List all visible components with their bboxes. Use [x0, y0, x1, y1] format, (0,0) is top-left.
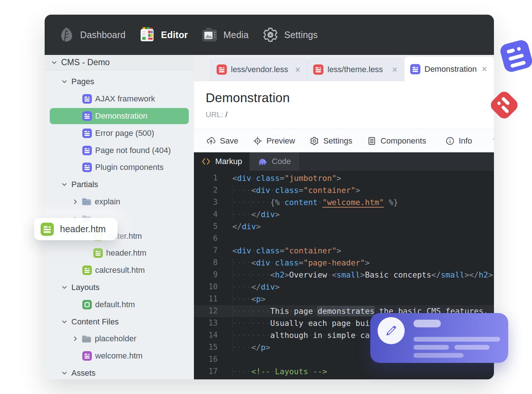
code-line-content: <div·class="jumbotron">	[232, 172, 341, 184]
code-token: although	[270, 331, 308, 340]
sidebar-folder-placeholder[interactable]: placeholder	[45, 330, 194, 347]
chevron-right-icon	[72, 336, 78, 342]
code-token: Overview	[289, 270, 327, 279]
sidebar-folder-explain[interactable]: explain	[45, 193, 194, 211]
trash-button[interactable]	[492, 136, 494, 146]
code-line-content: </div>	[232, 220, 261, 233]
nav-item-dashboard[interactable]: Dashboard	[58, 26, 125, 43]
sidebar-item-demonstration[interactable]: Demonstration	[50, 108, 189, 124]
sidebar-item-calcresult-htm[interactable]: calcresult.htm	[45, 262, 194, 279]
code-token: "container"	[284, 246, 336, 255]
sidebar-section-content-files[interactable]: Content Files	[45, 313, 194, 330]
code-token: ·	[303, 319, 308, 328]
code-token: ····	[251, 331, 270, 340]
skeleton-bar	[413, 337, 500, 342]
sidebar-item-header-htm[interactable]: header.htm	[45, 245, 194, 262]
code-token: <	[232, 246, 237, 255]
close-icon[interactable]: ×	[294, 65, 301, 74]
close-icon[interactable]: ×	[481, 64, 488, 74]
sidebar-section-pages[interactable]: Pages	[45, 73, 194, 90]
toolbar-button-label: Preview	[266, 136, 295, 146]
code-line: 4····</div>	[194, 208, 494, 220]
leaf-icon	[58, 26, 75, 43]
code-line-content: ····<div·class="page-header">	[232, 257, 370, 269]
sidebar-section-layouts[interactable]: Layouts	[45, 279, 194, 296]
editor-tab-code[interactable]: Code	[250, 152, 299, 171]
code-token: </	[232, 222, 242, 231]
code-line: 2····<div·class="container">	[194, 184, 494, 196]
code-token: </	[303, 379, 313, 379]
code-token: %}	[389, 198, 398, 207]
code-token: >	[337, 246, 341, 255]
toolbar-buttons: SavePreviewSettingsComponents	[206, 136, 426, 146]
tab-label: less/vendor.less	[231, 65, 290, 74]
sidebar-item-ajax-framework[interactable]: AJAX framework	[45, 90, 194, 108]
code-token: ·	[384, 198, 389, 207]
sidebar-header-label: CMS - Demo	[61, 57, 110, 67]
pencil-badge	[378, 317, 405, 344]
code-token: ca	[360, 331, 370, 340]
sidebar-item-default-htm[interactable]: default.htm	[45, 296, 194, 313]
save-button[interactable]: Save	[206, 136, 238, 146]
nav-item-label: Settings	[284, 30, 318, 40]
code-token: ·	[351, 319, 356, 328]
sidebar-item-plugin-components[interactable]: Plugin components	[45, 159, 194, 176]
editor-tab-label: Code	[272, 157, 291, 166]
code-token: ·	[356, 331, 360, 340]
nav-item-settings[interactable]: Settings	[262, 26, 318, 43]
sidebar-folder-label: placeholder	[95, 334, 136, 343]
code-link-welcome-htm[interactable]: "welcome.htm"	[322, 198, 384, 208]
code-token: ····	[232, 270, 251, 279]
sidebar-section-assets[interactable]: Assets	[45, 365, 194, 379]
drag-ghost-header-htm[interactable]: header.htm	[34, 218, 117, 240]
code-token: h2	[256, 379, 266, 379]
code-token: concepts	[393, 270, 431, 279]
sidebar-item-label: Error page (500)	[95, 129, 154, 138]
chevron-down-icon	[61, 370, 67, 376]
code-token: demonstrates	[318, 306, 374, 316]
code-token: >	[464, 270, 469, 279]
sidebar-item-label: welcome.htm	[95, 351, 143, 361]
code-token: Basic	[365, 270, 389, 279]
code-token: ·	[322, 331, 327, 340]
code-token: >	[488, 270, 493, 279]
code-token: Layouts	[270, 379, 304, 379]
code-token: >	[275, 282, 280, 291]
page-purple-icon	[410, 64, 420, 74]
preview-button[interactable]: Preview	[253, 136, 295, 146]
sidebar-header-cms-demo[interactable]: CMS - Demo	[45, 55, 194, 70]
editor-tab-markup[interactable]: Markup	[194, 152, 250, 171]
info-icon	[445, 136, 455, 146]
sidebar-item-error-page-500[interactable]: Error page (500)	[45, 124, 194, 142]
code-token: ····	[232, 306, 251, 316]
sidebar-section-label: Layouts	[71, 283, 100, 292]
chevron-down-icon	[51, 60, 57, 66]
page-purple-icon	[82, 163, 92, 172]
tab-demonstration[interactable]: Demonstration×	[404, 57, 494, 81]
settings-button[interactable]: Settings	[310, 136, 352, 146]
tab-less-vendor-less[interactable]: less/vendor.less×	[210, 58, 307, 81]
code-token: >	[284, 270, 289, 279]
close-icon[interactable]: ×	[391, 65, 398, 74]
code-token: <	[232, 174, 237, 183]
sidebar-item-page-not-found-404[interactable]: Page not found (404)	[45, 142, 194, 159]
sidebar-section-partials[interactable]: Partials	[45, 176, 194, 193]
sidebar-item-welcome-htm[interactable]: welcome.htm	[45, 347, 194, 365]
code-token: div	[237, 246, 251, 255]
editor-tab-bar: MarkupCode	[194, 152, 494, 171]
tab-less-theme-less[interactable]: less/theme.less×	[307, 58, 404, 81]
info-button[interactable]: Info	[445, 136, 472, 146]
components-button[interactable]: Components	[367, 136, 426, 146]
code-token: ····	[232, 379, 251, 379]
nav-item-editor[interactable]: Editor	[139, 26, 188, 43]
floating-purple-note-icon	[499, 38, 532, 74]
save-cloud-icon	[206, 136, 216, 146]
nav-item-media[interactable]: Media	[201, 26, 249, 43]
chevron-right-icon	[72, 199, 78, 205]
code-token: >	[360, 270, 365, 279]
code-token: <	[251, 258, 256, 267]
chevron-down-icon	[61, 79, 67, 85]
less-red-icon	[313, 64, 323, 75]
code-token: ····	[232, 186, 251, 195]
chevron-down-icon	[61, 319, 67, 325]
